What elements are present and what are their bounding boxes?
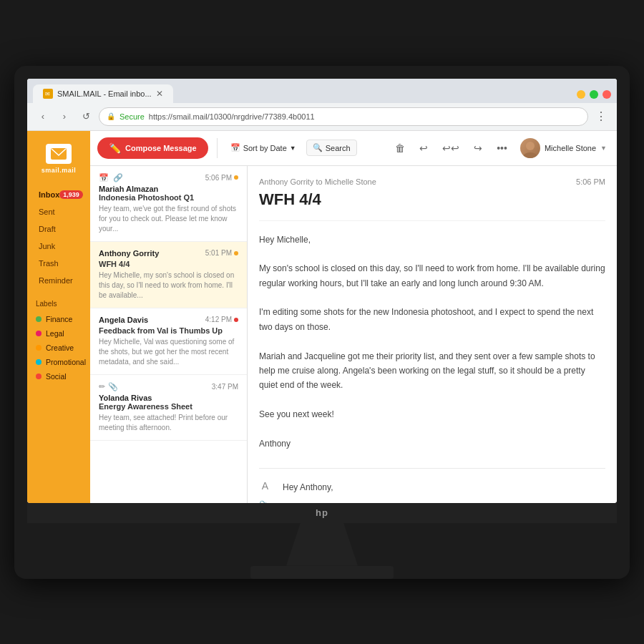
sort-chevron-icon: ▼	[290, 145, 296, 152]
email-time-2: 4:12 PM	[205, 316, 232, 323]
social-label: Social	[46, 372, 67, 381]
hp-logo: hp	[316, 507, 328, 518]
email-preview-0: Hey team, we've got the first round of s…	[99, 204, 238, 234]
thread-from: Anthony Gorrity to Michelle Stone	[259, 177, 376, 186]
email-time-area-0: 5:06 PM	[205, 174, 238, 182]
thread-header: Anthony Gorrity to Michelle Stone 5:06 P…	[259, 177, 605, 186]
sidebar-item-inbox[interactable]: Inbox 1,939	[33, 187, 84, 203]
monitor-outer: ✉ SMAIL.MAIL - Email inbo... ✕ — □ ✕ ‹ ›…	[14, 66, 630, 579]
finance-dot	[36, 316, 42, 322]
email-subject-2: Feedback from Val is Thumbs Up	[99, 326, 238, 335]
svg-point-3	[526, 142, 535, 150]
email-time-0: 5:06 PM	[205, 174, 232, 182]
close-button[interactable]: ✕	[602, 90, 611, 99]
trash-label: Trash	[39, 259, 59, 268]
compose-icon: ✏️	[109, 142, 121, 154]
email-item-header-2: Angela Davis 4:12 PM	[99, 316, 238, 324]
back-button[interactable]: ‹	[34, 108, 52, 125]
legal-label: Legal	[46, 329, 64, 338]
unread-dot-2	[234, 318, 238, 322]
email-sender-3: Yolanda Rivas	[99, 394, 238, 402]
edit-icon-3: ✏	[99, 382, 105, 391]
tab-close-icon[interactable]: ✕	[156, 89, 163, 99]
search-area[interactable]: 🔍 Search	[306, 140, 357, 156]
main-toolbar: ✏️ Compose Message 📅 Sort by Date ▼ 🔍 Se…	[90, 131, 617, 166]
logo-icon	[46, 144, 72, 164]
refresh-button[interactable]: ↺	[77, 108, 94, 125]
email-time-area-2: 4:12 PM	[205, 316, 238, 323]
forward-button[interactable]: ›	[56, 108, 73, 125]
email-subject-1: WFH 4/4	[99, 260, 238, 268]
email-thread: Anthony Gorrity to Michelle Stone 5:06 P…	[248, 166, 617, 503]
creative-dot	[36, 345, 42, 351]
sidebar-item-trash[interactable]: Trash	[33, 255, 84, 271]
monitor-base	[250, 566, 394, 579]
calendar-icon-0: 📅	[99, 173, 109, 182]
compose-button[interactable]: ✏️ Compose Message	[97, 137, 208, 159]
email-item-0[interactable]: 📅 🔗 5:06 PM Mariah Almazan Indo	[90, 166, 247, 242]
browser-menu-button[interactable]: ⋮	[592, 108, 610, 125]
email-item-3[interactable]: ✏ 📎 3:47 PM Yolanda Rivas Energy Awarene…	[90, 375, 247, 441]
label-item-promotional[interactable]: Promotional	[33, 355, 84, 369]
email-preview-3: Hey team, see attached! Print before our…	[99, 413, 238, 433]
sidebar: smail.mail Inbox 1,939 Sent Draft Junk	[27, 131, 90, 503]
legal-dot	[36, 331, 42, 336]
reminder-label: Reminder	[39, 276, 73, 285]
email-item-header: 📅 🔗 5:06 PM	[99, 173, 238, 182]
creative-label: Creative	[46, 343, 74, 352]
compose-label: Compose Message	[125, 144, 197, 152]
reply-body: Hey Anthony, Family first! Make sure you…	[283, 480, 605, 502]
sidebar-item-draft[interactable]: Draft	[33, 221, 84, 237]
label-item-creative[interactable]: Creative	[33, 341, 84, 355]
monitor-screen: ✉ SMAIL.MAIL - Email inbo... ✕ — □ ✕ ‹ ›…	[27, 79, 617, 503]
sidebar-item-sent[interactable]: Sent	[33, 204, 84, 220]
promotional-label: Promotional	[46, 358, 86, 366]
forward-button[interactable]: ↪	[469, 140, 487, 157]
app-container: smail.mail Inbox 1,939 Sent Draft Junk	[27, 131, 617, 503]
attachment-icon-0: 🔗	[113, 173, 123, 182]
user-chevron-icon: ▼	[600, 145, 607, 152]
svg-point-4	[523, 152, 537, 158]
email-item-header-3: ✏ 📎 3:47 PM	[99, 382, 238, 391]
email-list: 📅 🔗 5:06 PM Mariah Almazan Indo	[90, 166, 247, 503]
reply-attachment-icon: 📎	[259, 500, 271, 502]
maximize-button[interactable]: □	[590, 90, 598, 99]
undo-button[interactable]: ↩	[415, 140, 432, 157]
email-item-1[interactable]: Anthony Gorrity 5:01 PM WFH 4/4 Hey Mich…	[90, 242, 247, 308]
delete-button[interactable]: 🗑	[391, 140, 409, 157]
user-avatar-button[interactable]: Michelle Stone ▼	[517, 135, 610, 161]
address-bar[interactable]: 🔒 Secure https://smail.mail/10300/nrgdri…	[99, 107, 588, 126]
label-item-social[interactable]: Social	[33, 369, 84, 384]
sidebar-item-junk[interactable]: Junk	[33, 238, 84, 254]
email-sender-1: Anthony Gorrity	[99, 249, 159, 258]
email-subject-3: Energy Awareness Sheet	[99, 402, 238, 411]
sort-by-date-button[interactable]: 📅 Sort by Date ▼	[226, 140, 301, 155]
email-time-3: 3:47 PM	[212, 383, 238, 391]
sort-label: Sort by Date	[243, 144, 287, 152]
email-view: Anthony Gorrity to Michelle Stone 5:06 P…	[248, 166, 617, 503]
sidebar-logo: smail.mail	[27, 138, 90, 180]
labels-title: Labels	[33, 300, 84, 308]
inbox-badge: 1,939	[59, 190, 83, 199]
list-toolbar-divider	[217, 138, 218, 158]
window-controls: — □ ✕	[577, 90, 611, 103]
minimize-button[interactable]: —	[577, 90, 585, 99]
social-dot	[36, 374, 42, 379]
email-item-2[interactable]: Angela Davis 4:12 PM Feedback from Val i…	[90, 308, 247, 375]
inbox-label: Inbox	[39, 190, 59, 199]
list-and-view: 📅 🔗 5:06 PM Mariah Almazan Indo	[90, 166, 617, 503]
avatar	[520, 138, 540, 158]
browser-tab[interactable]: ✉ SMAIL.MAIL - Email inbo... ✕	[33, 84, 173, 103]
calendar-icon: 📅	[230, 143, 240, 152]
thread-message-0: Hey Michelle, My son's school is closed …	[259, 220, 605, 452]
reply-all-button[interactable]: ↩↩	[438, 140, 464, 157]
sidebar-item-reminder[interactable]: Reminder	[33, 273, 84, 288]
search-label: Search	[326, 144, 351, 152]
thread-subject: WFH 4/4	[259, 190, 605, 209]
svg-text:✉: ✉	[45, 91, 50, 97]
sent-label: Sent	[39, 208, 55, 216]
label-item-legal[interactable]: Legal	[33, 326, 84, 341]
more-actions-button[interactable]: •••	[492, 140, 512, 157]
reply-content: Hey Anthony, Family first! Make sure you…	[283, 480, 605, 502]
label-item-finance[interactable]: Finance	[33, 312, 84, 326]
